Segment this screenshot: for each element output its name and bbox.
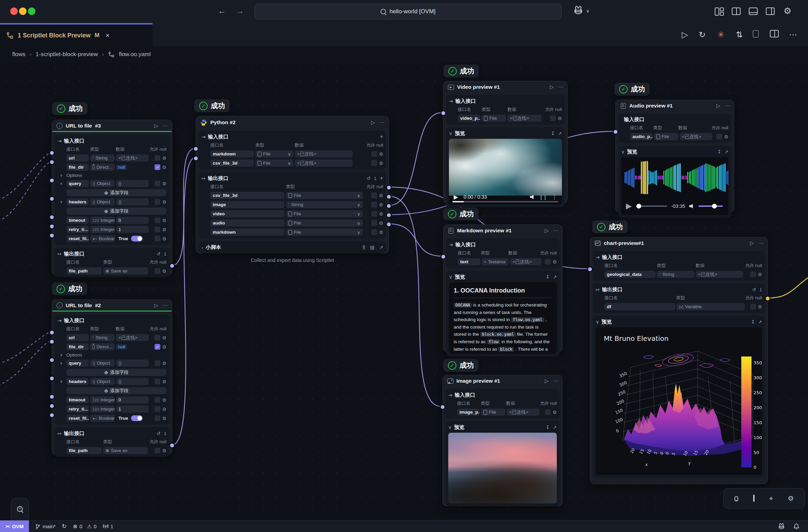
node-header[interactable]: ▶ Video preview #1 ▷⋯ — [443, 81, 567, 92]
open-external-icon[interactable]: ↗ — [558, 131, 562, 136]
ai-spark-button[interactable]: ✳ — [717, 30, 724, 39]
node-markdown-preview-1[interactable]: Markdown preview #1 ▷⋯ ⇥输入接口 接口名类型数据允许 n… — [443, 225, 563, 352]
open-external-icon[interactable]: ↗ — [379, 245, 383, 250]
minimap-button[interactable] — [753, 495, 755, 501]
gear-icon[interactable]: ⚙ — [379, 161, 383, 166]
input-port[interactable] — [193, 155, 199, 161]
allow-null-checkbox[interactable] — [371, 151, 377, 157]
type-dropdown[interactable]: “String∨ — [286, 201, 363, 208]
chevron-down-icon[interactable]: ∨ — [58, 379, 65, 384]
allow-null-checkbox[interactable] — [155, 199, 160, 205]
sync-button[interactable]: ↻ — [62, 523, 67, 530]
input-port[interactable] — [49, 159, 55, 165]
node-header[interactable]: Image preview #1 ▷⋯ — [443, 375, 562, 386]
input-port[interactable] — [49, 214, 55, 220]
input-port[interactable] — [193, 146, 199, 152]
gear-icon[interactable]: ⚙ — [379, 202, 383, 207]
boolean-toggle-on[interactable] — [131, 236, 143, 242]
run-flow-button[interactable]: ▷ — [682, 30, 688, 39]
more-actions-button[interactable]: ⋯ — [789, 30, 797, 39]
allow-null-checkbox[interactable] — [371, 202, 377, 207]
gear-icon[interactable]: ⚙ — [758, 272, 762, 277]
add-port-icon[interactable]: + — [380, 175, 383, 182]
breadcrumb-flows[interactable]: flows — [12, 51, 26, 58]
volume-icon[interactable] — [689, 204, 694, 209]
mascot-icon[interactable] — [777, 522, 786, 531]
chevron-down-icon[interactable]: ∨ — [449, 274, 452, 280]
node-menu-icon[interactable]: ⋯ — [558, 84, 563, 90]
allow-null-checkbox[interactable] — [155, 236, 160, 242]
node-audio-preview-1[interactable]: Audio preview #1 ▷⋯ 输入接口 接口名类型数据允许 null … — [615, 100, 734, 213]
forward-arrow-icon[interactable]: → — [236, 6, 244, 16]
add-field-button[interactable]: ⊕添加字段 — [66, 387, 166, 394]
export-file-button[interactable] — [753, 30, 759, 39]
gear-icon[interactable]: ⚙ — [162, 236, 166, 242]
bell-icon[interactable] — [793, 523, 800, 530]
zoom-in-button[interactable]: + — [17, 506, 23, 512]
node-image-preview-1[interactable]: Image preview #1 ▷⋯ ⇥输入接口 接口名类型数据允许 null… — [442, 375, 563, 506]
audio-player[interactable]: ▶ -03:35 — [621, 157, 728, 215]
docs-icon[interactable]: ▤ — [370, 245, 374, 250]
add-field-button[interactable]: ⊕添加字段 — [66, 189, 166, 196]
options-toggle[interactable]: ∨Options — [58, 173, 166, 178]
allow-null-checkbox[interactable] — [545, 409, 551, 415]
gear-icon[interactable]: ⚙ — [162, 199, 166, 205]
node-header[interactable]: Audio preview #1 ▷⋯ — [616, 100, 734, 111]
tab-scriptlet-block-preview[interactable]: 1 Scriptlet Block Preview M × — [0, 23, 152, 46]
boolean-toggle-on[interactable] — [131, 415, 143, 421]
allow-null-checkbox[interactable] — [155, 448, 160, 453]
gear-icon[interactable]: ⚙ — [162, 181, 166, 186]
chevron-down-icon[interactable]: ∨ — [449, 131, 452, 136]
input-port[interactable] — [440, 110, 446, 116]
chevron-down-icon[interactable]: ∨ — [58, 361, 65, 365]
node-menu-icon[interactable]: ⋯ — [725, 103, 730, 109]
volume-icon[interactable] — [530, 195, 535, 200]
gear-icon[interactable]: ⚙ — [162, 379, 166, 384]
chevron-down-icon[interactable]: ∨ — [58, 200, 65, 204]
output-port[interactable] — [386, 185, 392, 190]
input-port[interactable] — [440, 254, 446, 260]
markdown-rendered[interactable]: 1. OOCANA Introduction OOCANA is a sched… — [449, 282, 557, 354]
allow-null-checkbox[interactable] — [155, 335, 160, 340]
open-external-icon[interactable]: ↗ — [725, 149, 728, 154]
node-chart-preview-1[interactable]: chart-preview#1 ▷⋯ ⇥输入接口 接口名类型数据允许 null … — [590, 237, 768, 484]
gear-icon[interactable]: ⚙ — [162, 227, 166, 232]
node-header[interactable]: ↓ URL to file #2 ▷⋯ — [52, 300, 172, 311]
input-port[interactable] — [49, 330, 55, 335]
gear-icon[interactable]: ⚙ — [162, 155, 166, 161]
type-dropdown[interactable]: File∨ — [286, 229, 363, 236]
input-port[interactable] — [49, 150, 55, 156]
chevron-down-icon[interactable]: ∨ — [448, 425, 452, 430]
node-menu-icon[interactable]: ⋯ — [163, 302, 168, 309]
split-columns-button[interactable] — [732, 7, 741, 17]
input-port[interactable] — [49, 223, 55, 229]
open-external-icon[interactable]: ↗ — [553, 274, 557, 280]
console-panel-button[interactable]: ▁ — [734, 495, 739, 502]
output-port[interactable] — [386, 194, 392, 200]
gear-icon[interactable]: ⚙ — [162, 397, 166, 403]
tunnel-item[interactable]: 1 — [103, 523, 113, 529]
right-panel-button[interactable] — [766, 7, 775, 17]
input-port[interactable] — [49, 376, 55, 381]
allow-null-checkbox[interactable] — [155, 268, 160, 274]
gear-icon[interactable]: ⚙ — [162, 406, 166, 412]
run-node-icon[interactable]: ▷ — [545, 378, 549, 384]
node-url-to-file-2[interactable]: ↓ URL to file #2 ▷⋯ ⇥输入接口 接口名类型数据允许 null… — [52, 299, 172, 455]
allow-null-checkbox[interactable] — [545, 259, 551, 265]
node-menu-icon[interactable]: ⋯ — [379, 119, 385, 126]
traffic-close-button[interactable] — [10, 7, 18, 15]
output-port[interactable] — [169, 443, 175, 448]
chevron-down-icon[interactable]: ∨ — [58, 181, 65, 186]
allow-null-checkbox-checked[interactable]: ✓ — [155, 164, 160, 170]
run-node-icon[interactable]: ▷ — [154, 302, 158, 309]
run-node-icon[interactable]: ▷ — [154, 123, 158, 129]
download-icon[interactable]: ↧ — [717, 149, 721, 154]
history-icon[interactable]: ↺ — [157, 251, 160, 256]
add-port-icon[interactable]: + — [380, 133, 383, 140]
add-field-button[interactable]: ⊕添加字段 — [66, 369, 166, 376]
bottom-panel-button[interactable] — [749, 7, 758, 17]
type-dropdown[interactable]: File∨ — [286, 192, 363, 199]
node-header[interactable]: ↓ URL to file #3 ▷⋯ — [52, 120, 172, 131]
swap-arrows-button[interactable]: ⇅ — [736, 30, 743, 39]
allow-null-checkbox[interactable] — [716, 134, 722, 139]
